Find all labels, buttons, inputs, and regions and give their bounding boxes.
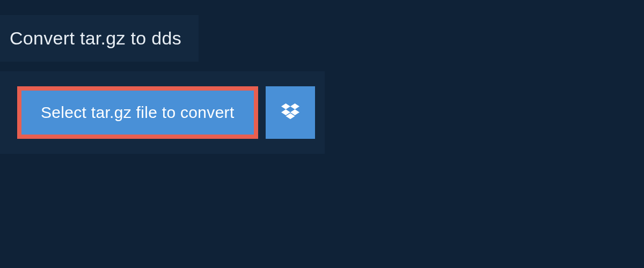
dropbox-icon bbox=[281, 103, 299, 122]
dropbox-button[interactable] bbox=[266, 86, 315, 139]
action-panel: Select tar.gz file to convert bbox=[0, 71, 325, 154]
header-tab: Convert tar.gz to dds bbox=[0, 15, 199, 62]
page-title: Convert tar.gz to dds bbox=[10, 28, 181, 49]
select-file-label: Select tar.gz file to convert bbox=[41, 103, 235, 122]
select-file-button[interactable]: Select tar.gz file to convert bbox=[17, 86, 258, 139]
